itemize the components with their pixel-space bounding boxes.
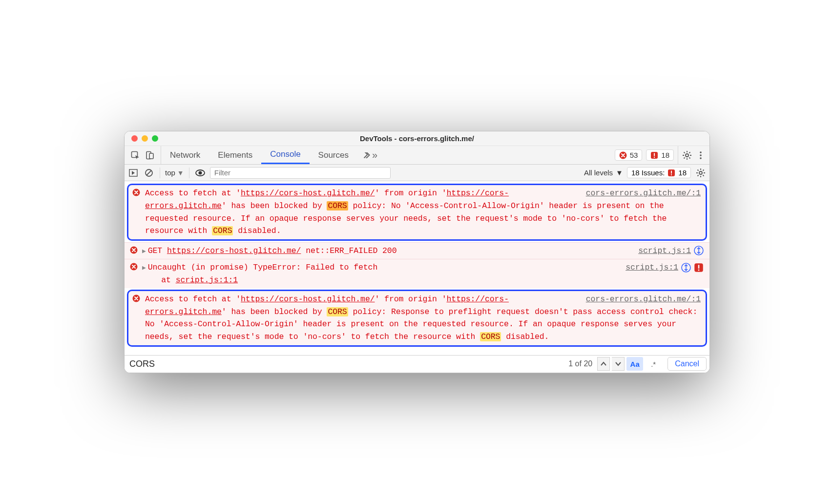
window-title: DevTools - cors-errors.glitch.me/ [125, 134, 709, 143]
console-error-entry[interactable]: cors-errors.glitch.me/:1 Access to fetch… [127, 290, 707, 346]
error-count-badge[interactable]: 53 [615, 149, 643, 161]
clear-console-icon[interactable] [143, 167, 155, 179]
svg-point-15 [198, 171, 202, 174]
console-error-entry[interactable]: cors-errors.glitch.me/:1 Access to fetch… [127, 184, 707, 240]
main-tabs: Network Elements Console Sources » 53 18 [125, 146, 709, 165]
search-prev-button[interactable] [597, 357, 610, 371]
console-error-entry[interactable]: script.js:1 ▶GET https://cors-host.glitc… [125, 242, 709, 259]
tab-more-icon[interactable]: » [357, 146, 383, 164]
context-label: top [165, 168, 175, 177]
devtools-window: DevTools - cors-errors.glitch.me/ Networ… [124, 131, 710, 373]
issues-pill[interactable]: 18 Issues: 18 [627, 167, 691, 178]
svg-point-10 [700, 154, 702, 156]
svg-point-11 [700, 157, 702, 159]
error-icon [130, 246, 138, 254]
goto-issue-icon[interactable] [681, 263, 691, 273]
svg-point-9 [700, 151, 702, 153]
expand-icon[interactable]: ▶ [142, 248, 146, 255]
error-icon [130, 263, 138, 271]
levels-label: All levels [584, 168, 613, 177]
issue-badge-icon[interactable] [694, 263, 704, 273]
source-location[interactable]: cors-errors.glitch.me/:1 [586, 187, 701, 200]
tab-elements[interactable]: Elements [209, 146, 261, 164]
search-count: 1 of 20 [565, 359, 595, 368]
kebab-menu-icon[interactable] [695, 149, 707, 161]
svg-rect-7 [149, 153, 153, 159]
tab-network[interactable]: Network [161, 146, 209, 164]
error-message: ▶GET https://cors-host.glitch.me/ net::E… [142, 246, 396, 255]
context-selector[interactable]: top ▼ [165, 168, 184, 177]
issue-count-badge[interactable]: 18 [646, 149, 674, 161]
goto-issue-icon[interactable] [694, 246, 704, 255]
console-settings-icon[interactable] [695, 167, 707, 179]
console-error-entry[interactable]: script.js:1 ▶Uncaught (in promise) TypeE… [125, 259, 709, 288]
error-count: 53 [630, 151, 638, 159]
minimize-window-button[interactable] [142, 135, 148, 142]
device-toolbar-icon[interactable] [144, 149, 156, 161]
source-location[interactable]: script.js:1 [626, 261, 678, 274]
error-icon [132, 189, 140, 196]
close-window-button[interactable] [131, 135, 138, 142]
source-location[interactable]: cors-errors.glitch.me/:1 [586, 293, 701, 306]
live-expression-icon[interactable] [194, 167, 206, 179]
chevron-down-icon: ▼ [616, 168, 623, 177]
filter-input[interactable] [210, 167, 391, 179]
console-toolbar: top ▼ All levels ▼ 18 Issues: 18 [125, 165, 709, 181]
search-input[interactable] [127, 357, 563, 371]
issues-count: 18 [678, 168, 687, 177]
source-location[interactable]: script.js:1 [638, 245, 691, 257]
inspect-element-icon[interactable] [129, 149, 141, 161]
error-message: ▶Uncaught (in promise) TypeError: Failed… [142, 263, 377, 285]
issues-label: 18 Issues: [631, 168, 665, 177]
svg-point-16 [699, 171, 702, 174]
search-cancel-button[interactable]: Cancel [667, 357, 707, 371]
expand-icon[interactable]: ▶ [142, 264, 146, 272]
svg-point-8 [686, 154, 688, 157]
issue-badge-icon [667, 169, 675, 177]
console-output: cors-errors.glitch.me/:1 Access to fetch… [125, 181, 709, 355]
match-case-toggle[interactable]: Aa [626, 357, 643, 371]
error-icon [132, 294, 140, 302]
tab-sources[interactable]: Sources [310, 146, 357, 164]
search-next-button[interactable] [612, 357, 625, 371]
regex-toggle[interactable]: .* [645, 357, 662, 371]
chevron-down-icon: ▼ [177, 169, 184, 177]
settings-icon[interactable] [681, 149, 693, 161]
zoom-window-button[interactable] [152, 135, 158, 142]
issue-count: 18 [661, 151, 669, 159]
searchbar: 1 of 20 Aa .* Cancel [125, 355, 709, 373]
tab-console[interactable]: Console [261, 146, 309, 164]
log-levels-selector[interactable]: All levels ▼ [584, 168, 623, 177]
titlebar: DevTools - cors-errors.glitch.me/ [125, 131, 709, 146]
toggle-sidebar-icon[interactable] [127, 167, 139, 179]
